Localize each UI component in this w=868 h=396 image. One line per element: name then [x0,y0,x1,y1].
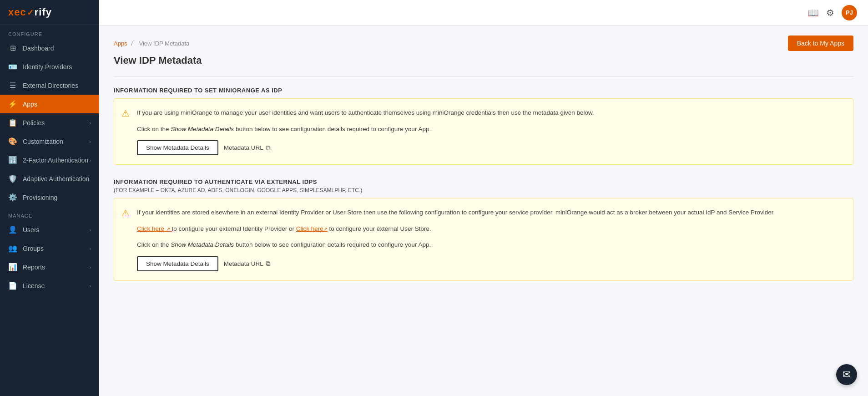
sidebar-item-external-directories[interactable]: ☰ External Directories [0,76,99,95]
section1-header: INFORMATION REQUIRED TO SET MINIORANGE A… [114,87,853,94]
sidebar-item-identity-providers[interactable]: 🪪 Identity Providers [0,57,99,76]
chevron-right-icon: › [89,264,91,270]
chat-bubble-button[interactable]: ✉ [836,364,857,385]
section1-card-text1: If you are using miniOrange to manage yo… [137,108,843,118]
section2-card-text3: Click on the Show Metadata Details butto… [137,240,843,250]
section2-sub: (FOR EXAMPLE – OKTA, AZURE AD, ADFS, ONE… [114,187,853,193]
2fa-icon: 🔢 [8,156,17,164]
content-area: Apps / View IDP Metadata Back to My Apps… [99,25,868,396]
copy-icon: ⧉ [266,259,271,268]
section2-link2[interactable]: Click here↗ [296,225,328,232]
breadcrumb-separator: / [131,40,133,47]
sidebar-item-label: Policies [23,119,45,127]
external-link-icon: ↗ [166,226,170,232]
breadcrumb-apps-link[interactable]: Apps [114,40,127,47]
adaptive-auth-icon: 🛡️ [8,174,17,183]
section2-card-links: Click here ↗ to configure your external … [137,224,843,234]
copy-icon: ⧉ [266,144,271,152]
warning-icon: ⚠ [121,108,130,119]
dashboard-icon: ⊞ [8,44,17,52]
chevron-right-icon: › [89,246,91,251]
sidebar-item-policies[interactable]: 📋 Policies › [0,113,99,132]
manage-label: Manage [0,207,99,220]
section1: INFORMATION REQUIRED TO SET MINIORANGE A… [114,87,853,165]
sidebar-item-label: 2-Factor Authentication [23,157,88,164]
sidebar-item-label: Adaptive Authentication [23,175,89,183]
sidebar-item-dashboard[interactable]: ⊞ Dashboard [0,39,99,57]
sidebar-item-label: Apps [23,101,37,108]
breadcrumb: Apps / View IDP Metadata [114,40,192,47]
configure-label: Configure [0,25,99,39]
warning-icon: ⚠ [121,208,130,218]
divider [114,76,853,77]
section2: INFORMATION REQUIRED TO AUTHENTICATE VIA… [114,178,853,281]
back-to-my-apps-button[interactable]: Back to My Apps [788,36,853,51]
sidebar-item-reports[interactable]: 📊 Reports › [0,258,99,276]
chevron-right-icon: › [89,139,91,144]
license-icon: 📄 [8,281,17,290]
section2-show-metadata-btn[interactable]: Show Metadata Details [137,256,218,271]
chevron-right-icon: › [89,283,91,289]
avatar[interactable]: PJ [842,5,857,20]
chevron-right-icon: › [89,157,91,163]
sidebar-item-adaptive-auth[interactable]: 🛡️ Adaptive Authentication [0,169,99,188]
sidebar-item-apps[interactable]: ⚡ Apps [0,95,99,113]
sidebar-item-2fa[interactable]: 🔢 2-Factor Authentication › [0,151,99,169]
sidebar-item-provisioning[interactable]: ⚙️ Provisioning [0,188,99,207]
sidebar-item-label: Dashboard [23,45,54,52]
page-title: View IDP Metadata [114,55,853,66]
section2-info-card: ⚠ If your identities are stored elsewher… [114,198,853,281]
external-directories-icon: ☰ [8,81,17,90]
sidebar-item-license[interactable]: 📄 License › [0,276,99,295]
sidebar-item-users[interactable]: 👤 Users › [0,220,99,239]
section2-header: INFORMATION REQUIRED TO AUTHENTICATE VIA… [114,178,853,185]
users-icon: 👤 [8,225,17,234]
breadcrumb-row: Apps / View IDP Metadata Back to My Apps [114,36,853,51]
sidebar-item-label: Customization [23,138,63,145]
chevron-right-icon: › [89,227,91,233]
section2-link1[interactable]: Click here ↗ [137,225,172,232]
sidebar-item-label: Identity Providers [23,63,72,71]
section1-info-card: ⚠ If you are using miniOrange to manage … [114,98,853,165]
logo-text: xec✓rify [8,6,52,18]
sidebar-item-customization[interactable]: 🎨 Customization › [0,132,99,151]
section2-card-text1: If your identities are stored elsewhere … [137,208,843,218]
provisioning-icon: ⚙️ [8,193,17,202]
section2-btn-row: Show Metadata Details Metadata URL ⧉ [137,256,843,271]
settings-icon[interactable]: ⚙ [826,7,834,18]
breadcrumb-current: View IDP Metadata [139,40,190,47]
section1-show-metadata-btn[interactable]: Show Metadata Details [137,140,218,155]
sidebar-item-label: Groups [23,245,44,252]
apps-icon: ⚡ [8,100,17,108]
section2-metadata-url-btn[interactable]: Metadata URL ⧉ [224,259,271,268]
sidebar-item-label: External Directories [23,82,78,89]
section1-card-text2: Click on the Show Metadata Details butto… [137,124,843,134]
sidebar: xec✓rify Configure ⊞ Dashboard 🪪 Identit… [0,0,99,396]
identity-providers-icon: 🪪 [8,62,17,71]
logo: xec✓rify [0,0,99,25]
sidebar-item-label: Users [23,226,40,234]
topbar: 📖 ⚙ PJ [99,0,868,25]
customization-icon: 🎨 [8,137,17,146]
main-content: 📖 ⚙ PJ Apps / View IDP Metadata Back to … [99,0,868,396]
book-icon[interactable]: 📖 [807,7,819,18]
sidebar-item-label: Provisioning [23,194,57,201]
groups-icon: 👥 [8,244,17,253]
section1-metadata-url-btn[interactable]: Metadata URL ⧉ [224,144,271,152]
sidebar-item-label: License [23,282,45,289]
chat-icon: ✉ [843,369,851,381]
section1-btn-row: Show Metadata Details Metadata URL ⧉ [137,140,843,155]
policies-icon: 📋 [8,118,17,127]
sidebar-item-label: Reports [23,264,45,271]
reports-icon: 📊 [8,263,17,271]
external-link-icon: ↗ [323,226,328,232]
chevron-right-icon: › [89,120,91,126]
sidebar-item-groups[interactable]: 👥 Groups › [0,239,99,258]
